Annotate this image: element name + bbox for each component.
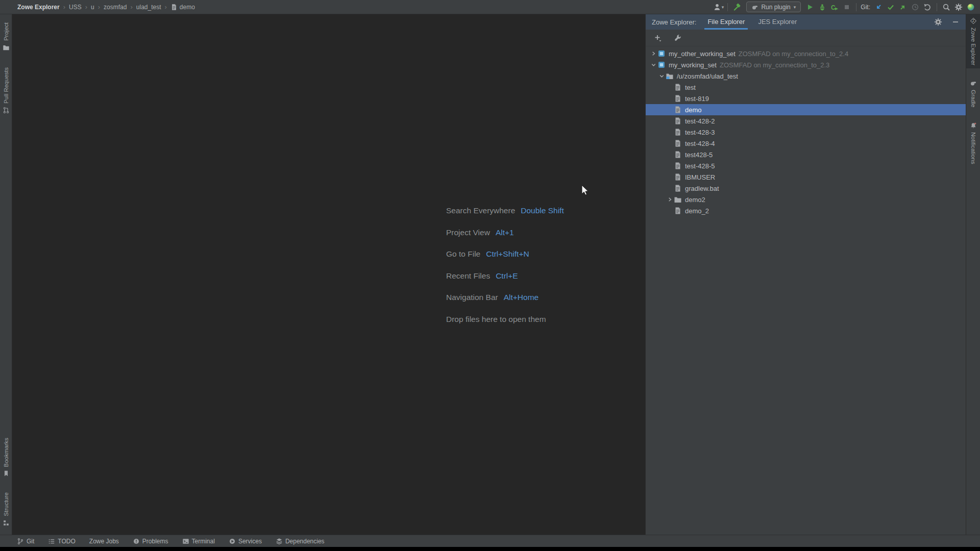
breadcrumb-item[interactable]: u <box>91 4 94 11</box>
bottom-strip <box>0 547 980 551</box>
tree-row[interactable]: my_working_setZOSMFAD on my_connection_t… <box>646 59 966 70</box>
panel-tools-button[interactable] <box>672 32 684 44</box>
tree-row[interactable]: IBMUSER <box>646 171 966 183</box>
debug-button[interactable] <box>816 1 828 13</box>
status-item-label: Zowe Jobs <box>89 538 119 545</box>
tree-row[interactable]: demo_2 <box>646 205 966 216</box>
shortcut-hint-row: Search EverywhereDouble Shift <box>446 205 564 216</box>
stop-button <box>841 1 853 13</box>
main-toolbar: Zowe Explorer›USS›u›zosmfad›ulad_test›de… <box>0 0 980 14</box>
tree-row[interactable]: test <box>646 82 966 93</box>
git-commit-button[interactable] <box>885 1 897 13</box>
toolbar-separator <box>727 3 728 11</box>
status-item-zowe-jobs[interactable]: Zowe Jobs <box>89 538 119 545</box>
tool-window-button-gradle[interactable]: Gradle <box>966 77 980 111</box>
tree-row[interactable]: test428-5 <box>646 149 966 160</box>
run-with-coverage-button[interactable]: C <box>828 1 841 13</box>
tool-window-title: Zowe Explorer: <box>652 18 696 26</box>
settings-button[interactable] <box>952 1 965 13</box>
run-configuration-select[interactable]: Run plugin ▾ <box>746 2 801 12</box>
update-ball-icon <box>967 3 975 11</box>
shortcut-label: Recent Files <box>446 270 490 281</box>
shortcut-hints: Search EverywhereDouble ShiftProject Vie… <box>446 205 564 324</box>
folder-icon <box>3 44 10 51</box>
chevron-slot <box>666 151 674 159</box>
shortcut-keys: Ctrl+E <box>496 270 518 281</box>
git-update-button[interactable] <box>872 1 885 13</box>
tree-row[interactable]: demo <box>646 104 966 115</box>
tool-window-button-notifications[interactable]: Notifications <box>966 119 980 167</box>
chevron-slot <box>666 173 674 181</box>
todo-list-icon <box>48 538 55 545</box>
chevron-down-icon[interactable] <box>658 72 666 80</box>
rollback-button[interactable] <box>921 1 934 13</box>
tree-row[interactable]: test-428-5 <box>646 160 966 171</box>
history-icon <box>911 3 919 11</box>
search-icon <box>942 3 950 11</box>
tool-window-button-label: Gradle <box>970 90 976 108</box>
tree-row[interactable]: test-428-4 <box>646 138 966 149</box>
undo-icon <box>923 3 932 11</box>
chevron-right-icon[interactable] <box>666 195 674 204</box>
tree-row[interactable]: test-428-2 <box>646 115 966 127</box>
tree-row[interactable]: demo2 <box>646 194 966 205</box>
shortcut-label: Project View <box>446 227 490 238</box>
tool-window-button-bookmarks[interactable]: Bookmarks <box>0 435 12 481</box>
breadcrumb-item[interactable]: USS <box>69 4 82 11</box>
working-set-icon <box>657 61 666 69</box>
dependencies-icon <box>276 538 283 545</box>
tree-row[interactable]: /u/zosmfad/ulad_test <box>646 70 966 82</box>
git-push-button[interactable] <box>897 1 909 13</box>
tab-file-explorer[interactable]: File Explorer <box>707 14 745 30</box>
ide-updates-button[interactable] <box>965 1 977 13</box>
run-icon <box>806 3 814 11</box>
status-item-label: TODO <box>58 538 75 545</box>
problems-icon <box>133 538 140 545</box>
chevron-slot <box>666 162 674 170</box>
git-branch-icon <box>17 538 24 545</box>
status-item-label: Terminal <box>192 538 215 545</box>
status-item-problems[interactable]: Problems <box>133 538 168 545</box>
tree-row-label: demo2 <box>685 196 705 204</box>
file-icon <box>674 207 682 215</box>
status-item-git[interactable]: Git <box>17 538 34 545</box>
tree-row[interactable]: my_other_working_setZOSMFAD on my_connec… <box>646 48 966 59</box>
tree-row[interactable]: test-428-3 <box>646 127 966 138</box>
breadcrumb-file[interactable]: demo <box>170 4 195 11</box>
status-item-label: Services <box>238 538 262 545</box>
status-item-terminal[interactable]: Terminal <box>182 538 215 545</box>
panel-minimize-button[interactable] <box>949 16 962 28</box>
chevron-down-icon[interactable] <box>650 61 657 69</box>
editor-area[interactable]: Search EverywhereDouble ShiftProject Vie… <box>13 14 645 535</box>
status-item-todo[interactable]: TODO <box>48 538 75 545</box>
search-everywhere-button[interactable] <box>940 1 952 13</box>
minimize-icon <box>951 18 960 26</box>
gear-icon <box>934 18 942 26</box>
add-working-set-button[interactable] <box>652 32 664 44</box>
status-item-services[interactable]: Services <box>229 538 262 545</box>
build-button[interactable] <box>731 1 743 13</box>
tree-row[interactable]: test-819 <box>646 93 966 104</box>
tree-row-label: test-428-5 <box>685 162 715 170</box>
breadcrumb-root[interactable]: Zowe Explorer <box>17 4 60 11</box>
tool-window-header: Zowe Explorer: File ExplorerJES Explorer <box>646 14 966 30</box>
chevron-slot <box>666 184 674 192</box>
panel-settings-button[interactable] <box>932 16 944 28</box>
tool-window-button-structure[interactable]: Structure <box>0 489 12 530</box>
tool-window-button-zowe-explorer[interactable]: ZZowe Explorer <box>966 14 980 68</box>
tree-row[interactable]: gradlew.bat <box>646 183 966 194</box>
status-item-dependencies[interactable]: Dependencies <box>276 538 325 545</box>
hammer-icon <box>733 3 741 11</box>
breadcrumb-separator: › <box>63 3 65 11</box>
user-profile-button[interactable]: ▾ <box>712 1 724 13</box>
tree-row-label: test-428-4 <box>685 140 715 147</box>
tool-window-button-pull-requests[interactable]: Pull Requests <box>0 64 12 117</box>
breadcrumb-item[interactable]: zosmfad <box>104 4 127 11</box>
run-button[interactable] <box>804 1 816 13</box>
breadcrumb-item[interactable]: ulad_test <box>136 4 161 11</box>
tab-jes-explorer[interactable]: JES Explorer <box>758 14 797 30</box>
svg-text:C: C <box>831 4 836 11</box>
tool-window-button-project[interactable]: Project <box>0 19 12 54</box>
chevron-down-icon: ▾ <box>722 5 724 10</box>
chevron-right-icon[interactable] <box>650 49 657 58</box>
